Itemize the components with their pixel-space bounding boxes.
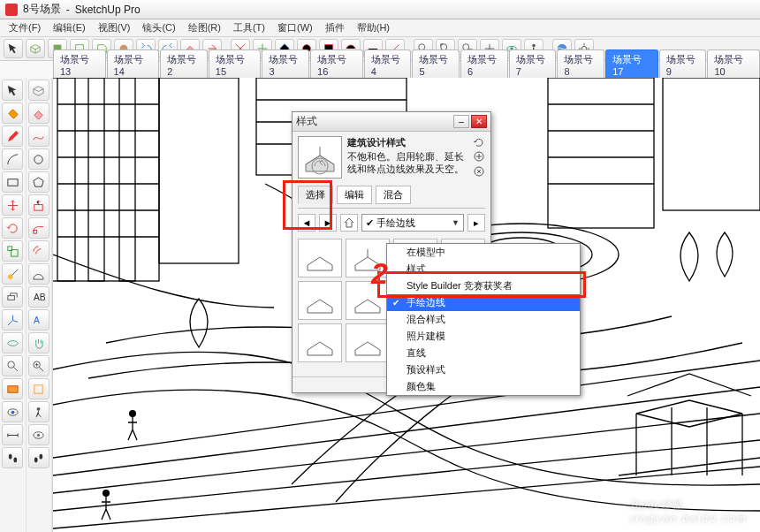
dialog-title-label: 样式 <box>296 114 317 129</box>
followme-icon[interactable] <box>28 217 49 239</box>
protractor-icon[interactable] <box>28 263 49 285</box>
style-new-icon[interactable] <box>473 150 485 163</box>
look-around-icon[interactable] <box>28 424 49 445</box>
scene-tab[interactable]: 场景号16 <box>310 49 363 80</box>
document-title: 8号场景 <box>23 2 61 17</box>
scene-tab[interactable]: 场景号4 <box>364 49 412 80</box>
section-display-icon[interactable] <box>28 378 49 399</box>
dropdown-item[interactable]: 在模型中 <box>387 244 580 261</box>
nav-home-button[interactable] <box>340 214 358 232</box>
eraser-icon[interactable] <box>28 103 49 124</box>
svg-rect-18 <box>8 295 15 300</box>
nav-forward-button[interactable]: ► <box>319 214 337 232</box>
rotate-tool-icon[interactable] <box>2 217 23 239</box>
move-tool-icon[interactable] <box>2 194 23 216</box>
nav-back-button[interactable]: ◄ <box>298 214 315 232</box>
menu-plugins[interactable]: 插件 <box>320 19 350 36</box>
scene-tab[interactable]: 场景号14 <box>107 49 160 80</box>
dropdown-item-selected[interactable]: 手绘边线 <box>387 294 580 311</box>
scene-tab-active[interactable]: 场景号17 <box>605 49 658 80</box>
select-tool-icon[interactable] <box>2 80 23 101</box>
style-thumb[interactable] <box>346 323 390 362</box>
svg-rect-57 <box>663 78 760 210</box>
svg-point-25 <box>13 457 17 462</box>
dropdown-item[interactable]: 直线 <box>387 345 580 361</box>
scene-tab[interactable]: 场景号6 <box>460 49 508 80</box>
scene-tab[interactable]: 场景号8 <box>557 49 604 80</box>
pencil-icon[interactable] <box>2 125 23 147</box>
footprint-icon[interactable] <box>2 447 23 468</box>
style-thumb[interactable] <box>346 281 390 320</box>
svg-point-11 <box>532 44 536 48</box>
svg-point-33 <box>37 407 41 410</box>
menu-edit[interactable]: 编辑(E) <box>48 19 91 36</box>
scene-tab[interactable]: 场景号3 <box>262 49 309 80</box>
tape-measure-icon[interactable] <box>2 263 23 285</box>
menu-help[interactable]: 帮助(H) <box>352 19 395 36</box>
offset-icon[interactable] <box>28 240 49 262</box>
circle-tool-icon[interactable] <box>28 148 49 170</box>
paint-bucket-icon[interactable] <box>2 103 23 124</box>
style-collection-value: 手绘边线 <box>376 217 415 230</box>
section-plane-icon[interactable] <box>2 378 23 399</box>
menu-camera[interactable]: 镜头(C) <box>137 19 180 36</box>
menu-bar[interactable]: 文件(F) 编辑(E) 视图(V) 镜头(C) 绘图(R) 工具(T) 窗口(W… <box>0 19 760 37</box>
style-collection-dropdown[interactable]: 在模型中 样式 Style Builder 竞赛获奖者 手绘边线 混合样式 照片… <box>386 243 581 396</box>
styles-tab-edit[interactable]: 编辑 <box>337 186 372 204</box>
dimension-tool-icon[interactable] <box>2 424 23 445</box>
style-thumb[interactable] <box>346 239 390 277</box>
dropdown-item[interactable]: 预设样式 <box>387 361 580 378</box>
scene-tab[interactable]: 场景号13 <box>53 49 106 80</box>
style-collection-select[interactable]: ✔手绘边线 ▼ <box>361 214 464 232</box>
menu-window[interactable]: 窗口(W) <box>272 19 318 36</box>
3d-text-icon[interactable]: A <box>28 309 49 331</box>
iso-view-icon[interactable] <box>26 39 45 58</box>
style-update-icon[interactable] <box>473 136 485 148</box>
dialog-titlebar[interactable]: 样式 – ✕ <box>293 112 490 132</box>
style-thumb[interactable] <box>298 239 342 277</box>
svg-rect-41 <box>53 78 159 281</box>
style-thumb[interactable] <box>298 323 342 362</box>
scene-tab[interactable]: 场景号7 <box>509 49 557 80</box>
pan-tool-icon[interactable] <box>28 332 49 353</box>
polygon-icon[interactable] <box>28 171 49 193</box>
scene-tab[interactable]: 场景号9 <box>659 49 707 80</box>
dropdown-item[interactable]: 颜色集 <box>387 378 580 395</box>
scene-tab[interactable]: 场景号5 <box>412 49 460 80</box>
menu-tools[interactable]: 工具(T) <box>228 19 270 36</box>
pushpull-tool-icon[interactable] <box>28 194 49 216</box>
styles-tab-mix[interactable]: 混合 <box>376 186 411 204</box>
scene-tab[interactable]: 场景号15 <box>209 49 262 80</box>
dropdown-item[interactable]: 照片建模 <box>387 328 580 345</box>
select-tool-icon[interactable] <box>4 39 23 58</box>
dialog-close-button[interactable]: ✕ <box>471 115 487 128</box>
component-icon[interactable] <box>28 80 49 101</box>
dropdown-item[interactable]: 样式 <box>387 261 580 277</box>
scale-tool-icon[interactable] <box>2 240 23 262</box>
text-tool-icon[interactable] <box>2 286 23 308</box>
details-button[interactable]: ▸ <box>467 214 485 232</box>
dialog-minimize-button[interactable]: – <box>453 115 469 128</box>
style-thumb[interactable] <box>298 281 342 320</box>
menu-draw[interactable]: 绘图(R) <box>183 19 226 36</box>
arc-tool-icon[interactable] <box>2 148 23 170</box>
zoom-tool-icon[interactable] <box>2 355 23 376</box>
dropdown-item[interactable]: Style Builder 竞赛获奖者 <box>387 277 580 294</box>
style-refresh-icon[interactable] <box>473 165 485 178</box>
zoom-extents-tool-icon[interactable] <box>28 355 49 376</box>
scene-tab[interactable]: 场景号2 <box>160 49 208 80</box>
eye-icon[interactable] <box>2 401 23 422</box>
style-thumbnail[interactable] <box>298 136 342 179</box>
styles-tab-select[interactable]: 选择 <box>298 186 333 204</box>
scene-tab[interactable]: 场景号10 <box>707 49 760 80</box>
menu-view[interactable]: 视图(V) <box>93 19 136 36</box>
walk-tool-icon[interactable] <box>28 401 49 422</box>
rectangle-tool-icon[interactable] <box>2 171 23 193</box>
axes-tool-icon[interactable] <box>2 309 23 331</box>
text-label-icon[interactable]: ABC <box>28 286 49 308</box>
freehand-icon[interactable] <box>28 125 49 147</box>
orbit-tool-icon[interactable] <box>2 332 23 353</box>
footprint-right-icon[interactable] <box>28 447 49 468</box>
menu-file[interactable]: 文件(F) <box>4 19 46 36</box>
dropdown-item[interactable]: 混合样式 <box>387 311 580 328</box>
